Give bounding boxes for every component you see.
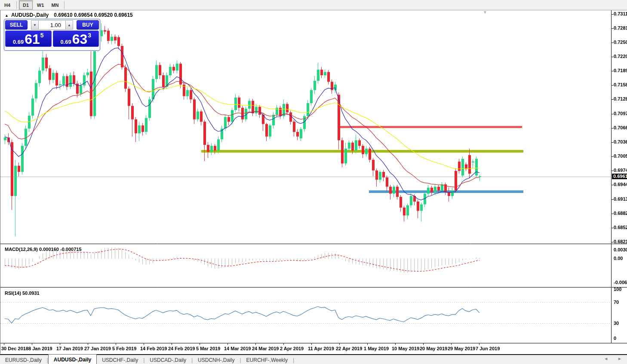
price-axis-label: 0.70970 xyxy=(614,111,627,116)
tab-scroll-controls: ◄ ► xyxy=(604,356,622,361)
price-axis-label: 0.71890 xyxy=(614,68,627,73)
price-axis-label: 0.73115 xyxy=(614,11,627,16)
price-axis-label: 0.72200 xyxy=(614,54,627,59)
buy-price-box[interactable]: 0.69 63 3 xyxy=(53,31,99,47)
sell-price-pip: 5 xyxy=(40,29,44,42)
chart-canvas[interactable] xyxy=(0,10,627,354)
price-axis-label: 0.69440 xyxy=(614,182,627,187)
current-price-tag: 0.69615 xyxy=(612,174,627,179)
price-axis-label: 0.68825 xyxy=(614,211,627,216)
rsi-axis-label: 70 xyxy=(614,300,619,305)
price-axis-label: 0.71280 xyxy=(614,96,627,101)
tab-scroll-left-icon[interactable]: ◄ xyxy=(604,356,608,361)
date-axis-label: 20 May 2019 xyxy=(420,346,447,351)
macd-label: MACD(12,26,9) 0.000160 -0.000715 xyxy=(5,247,82,252)
price-axis-label: 0.69745 xyxy=(614,168,627,173)
toolbar-separator xyxy=(16,1,17,9)
timeframe-mn-button[interactable]: MN xyxy=(48,0,62,9)
price-axis-label: 0.68520 xyxy=(614,225,627,230)
tab-usdcad[interactable]: USDCAD-,Daily xyxy=(144,355,191,364)
chart-tab-bar: EURUSD-,Daily | AUDUSD-,Daily USDCHF-,Da… xyxy=(0,354,627,364)
date-axis-label: 5 Feb 2019 xyxy=(112,346,136,351)
sell-price-box[interactable]: 0.69 61 5 xyxy=(5,31,52,47)
chart-area: ▲AUDUSD-,Daily0.69610 0.69654 0.69520 0.… xyxy=(0,10,627,354)
price-axis-label: 0.71585 xyxy=(614,82,627,87)
timeframe-d1-button[interactable]: D1 xyxy=(19,0,33,9)
buy-price-main: 63 xyxy=(72,33,88,45)
sell-price-prefix: 0.69 xyxy=(13,39,24,45)
tab-eurchf[interactable]: EURCHF-,Weekly xyxy=(241,355,293,364)
mt4-window: H4 D1 W1 MN ▲AUDUSD-,Daily0.69610 0.6965… xyxy=(0,0,627,364)
date-axis-label: 1 May 2019 xyxy=(364,346,389,351)
date-axis-label: 14 Mar 2019 xyxy=(224,346,251,351)
ohlc-values: 0.69610 0.69654 0.69520 0.69615 xyxy=(54,12,133,18)
rsi-axis-label: 30 xyxy=(614,321,619,326)
rsi-axis-label: 100 xyxy=(614,287,621,292)
price-axis-label: 0.70665 xyxy=(614,125,627,130)
date-axis-label: 24 Feb 2019 xyxy=(168,346,195,351)
date-axis-label: 30 Dec 2018 xyxy=(1,346,28,351)
chart-shift-marker-icon[interactable]: ▼ xyxy=(483,10,487,15)
date-axis-label: 14 Feb 2019 xyxy=(140,346,167,351)
timeframe-h4-button[interactable]: H4 xyxy=(0,0,14,9)
price-axis-label: 0.69130 xyxy=(614,196,627,202)
price-axis-label: 0.72505 xyxy=(614,40,627,45)
date-axis-label: 11 Apr 2019 xyxy=(308,346,334,351)
date-axis-label: 17 Jan 2019 xyxy=(56,346,83,351)
timeframe-toolbar: H4 D1 W1 MN xyxy=(0,0,627,10)
toolbar-separator xyxy=(64,1,65,9)
one-click-trade-panel: SELL ▼ 1.00 ▲ BUY 0.69 61 5 0.69 63 3 xyxy=(4,19,100,51)
date-axis-label: 2 Apr 2019 xyxy=(280,346,304,351)
date-axis-label: 24 Mar 2019 xyxy=(252,346,279,351)
date-axis-label: 7 Jun 2019 xyxy=(476,346,500,351)
price-axis-label: 0.68210 xyxy=(614,239,627,244)
volume-decrease-button[interactable]: ▼ xyxy=(31,20,39,30)
price-axis-label: 0.70360 xyxy=(614,139,627,144)
macd-axis-label: 0.003035 xyxy=(614,247,627,252)
buy-price-prefix: 0.69 xyxy=(60,39,71,45)
tab-eurusd[interactable]: EURUSD-,Daily xyxy=(0,355,47,364)
date-axis-label: 10 May 2019 xyxy=(392,346,419,351)
date-axis-label: 8 Jan 2019 xyxy=(28,346,52,351)
macd-axis-label: -0.00631 xyxy=(614,280,627,285)
rsi-axis-label: 0 xyxy=(614,336,616,341)
date-axis-label: 27 Jan 2019 xyxy=(84,346,111,351)
tab-usdcnh[interactable]: USDCNH-,Daily xyxy=(193,355,240,364)
price-axis-label: 0.72810 xyxy=(614,25,627,31)
buy-button[interactable]: BUY xyxy=(77,20,99,30)
volume-input[interactable]: 1.00 xyxy=(39,20,65,30)
tab-separator: | xyxy=(293,357,294,363)
date-axis-label: 29 May 2019 xyxy=(448,346,475,351)
rsi-label: RSI(14) 50.0931 xyxy=(5,291,40,296)
volume-increase-button[interactable]: ▲ xyxy=(65,20,73,30)
price-axis-label: 0.70050 xyxy=(614,153,627,159)
tab-scroll-right-icon[interactable]: ► xyxy=(618,356,622,361)
chart-title: ▲AUDUSD-,Daily0.69610 0.69654 0.69520 0.… xyxy=(5,12,133,18)
buy-price-pip: 3 xyxy=(88,29,91,42)
sell-button[interactable]: SELL xyxy=(5,20,28,30)
date-axis-label: 5 Mar 2019 xyxy=(196,346,220,351)
date-axis-label: 22 Apr 2019 xyxy=(336,346,362,351)
tab-usdchf[interactable]: USDCHF-,Daily xyxy=(97,355,143,364)
macd-axis-label: 0.00 xyxy=(614,256,623,261)
symbol-label: AUDUSD-,Daily xyxy=(11,12,49,18)
tab-audusd[interactable]: AUDUSD-,Daily xyxy=(48,354,97,364)
sell-price-main: 61 xyxy=(25,33,40,45)
timeframe-w1-button[interactable]: W1 xyxy=(34,0,47,9)
collapse-arrow-icon[interactable]: ▲ xyxy=(5,13,9,18)
